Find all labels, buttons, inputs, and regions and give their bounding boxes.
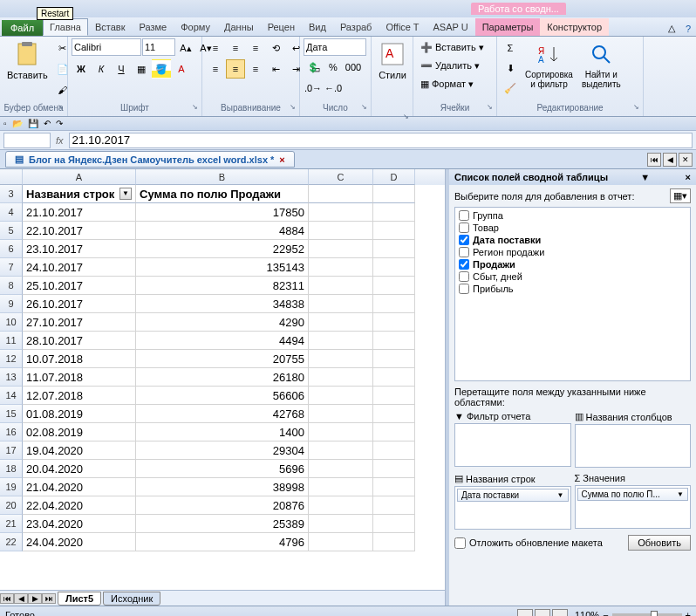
tab-layout[interactable]: Разме [133,18,174,36]
format-cells-button[interactable]: ▦Формат ▾ [417,75,477,92]
percent-icon[interactable]: % [324,58,343,77]
cell[interactable] [309,332,373,350]
cell[interactable] [373,222,415,240]
cell[interactable]: 24.10.2017 [23,258,136,277]
cell[interactable] [309,387,373,405]
page-break-view-icon[interactable] [552,609,568,617]
number-format-combo[interactable] [304,38,366,56]
field-item[interactable]: Группа [457,209,688,222]
qat-redo-icon[interactable]: ↷ [56,119,63,128]
cell[interactable]: 27.10.2017 [23,313,136,332]
row-header[interactable]: 18 [0,460,23,478]
bold-button[interactable]: Ж [72,59,91,79]
cell[interactable] [373,387,415,405]
sheet-tab-other[interactable]: Исходник [103,592,160,606]
row-header[interactable]: 19 [0,478,23,496]
select-all-corner[interactable] [0,169,23,185]
border-icon[interactable]: ▦ [132,59,151,79]
help-icon[interactable]: ? [680,22,696,36]
row-header[interactable]: 7 [0,258,23,277]
sheet-first-icon[interactable]: ⏮ [0,593,14,604]
cell[interactable]: 20876 [136,496,309,515]
field-item[interactable]: Дата поставки [457,234,688,246]
align-right-icon[interactable]: ≡ [246,59,265,79]
cell[interactable] [373,185,415,203]
cell[interactable] [309,460,373,478]
delete-cells-button[interactable]: ➖Удалить ▾ [417,57,483,74]
align-bottom-icon[interactable]: ≡ [246,38,265,58]
cell[interactable]: 4494 [136,332,309,350]
font-color-icon[interactable]: A [172,59,191,79]
col-header-a[interactable]: A [23,169,136,185]
cell[interactable]: 26180 [136,368,309,387]
zone-vals[interactable]: Сумма по полю П...▼ [575,485,692,529]
cell[interactable]: 1400 [136,423,309,441]
cell[interactable] [373,533,415,551]
cell[interactable]: 34838 [136,295,309,313]
page-layout-view-icon[interactable] [535,609,550,617]
cell[interactable]: 23.10.2017 [23,240,136,258]
align-middle-icon[interactable]: ≡ [226,38,245,58]
fx-icon[interactable]: fx [51,135,69,146]
decrease-indent-icon[interactable]: ⇤ [266,59,285,79]
decrease-decimal-icon[interactable]: ←.0 [324,79,343,98]
field-checkbox[interactable] [459,271,469,282]
dropdown-icon[interactable]: ▼ [557,491,564,499]
cell[interactable] [373,460,415,478]
tab-pivot-design[interactable]: Конструктор [540,18,609,36]
increase-decimal-icon[interactable]: .0→ [304,79,323,98]
sheet-tab-active[interactable]: Лист5 [58,592,101,606]
cell[interactable]: 5696 [136,460,309,478]
cell[interactable] [309,313,373,332]
paste-button[interactable]: Вставить [3,38,51,82]
tab-pivot-options[interactable]: Параметры [475,18,541,36]
cell[interactable]: Названия строк▼ [23,185,136,203]
cell[interactable] [373,277,415,295]
filter-dropdown-icon[interactable]: ▼ [119,188,132,200]
cell[interactable]: 11.07.2018 [23,368,136,387]
cell[interactable]: 29304 [136,441,309,460]
cell[interactable]: 4796 [136,533,309,551]
font-size-combo[interactable] [142,38,175,56]
row-header[interactable]: 22 [0,533,23,551]
field-checkbox[interactable] [459,210,469,221]
italic-button[interactable]: К [92,59,111,79]
field-item[interactable]: Регион продажи [457,246,688,258]
row-header[interactable]: 3 [0,185,23,203]
cell[interactable] [373,496,415,515]
tab-office[interactable]: Office T [379,18,426,36]
cell[interactable] [309,185,373,203]
row-header[interactable]: 6 [0,240,23,258]
zoom-slider[interactable] [612,613,682,617]
cell[interactable]: 19.04.2020 [23,441,136,460]
cell[interactable]: 38998 [136,478,309,496]
qat-open-icon[interactable]: 📂 [12,119,23,128]
fill-icon[interactable]: ⬇ [501,58,520,78]
cell[interactable]: 22.04.2020 [23,496,136,515]
name-box[interactable] [3,133,51,148]
pivot-field-list[interactable]: ГруппаТоварДата поставкиРегион продажиПр… [454,207,691,381]
tab-home[interactable]: Главна [43,18,88,36]
cell[interactable] [373,441,415,460]
nav-prev-icon[interactable]: ◀ [663,153,677,167]
zone-filter[interactable] [454,423,571,467]
row-header[interactable]: 13 [0,368,23,387]
cell[interactable] [373,313,415,332]
cell[interactable]: 25389 [136,515,309,533]
comma-icon[interactable]: 000 [344,58,363,77]
cell[interactable] [309,203,373,222]
tab-formulas[interactable]: Форму [174,18,217,36]
cell[interactable] [309,423,373,441]
cell[interactable] [309,222,373,240]
sheet-prev-icon[interactable]: ◀ [14,593,28,604]
cell[interactable] [373,203,415,222]
cell[interactable] [309,368,373,387]
cell[interactable]: 4884 [136,222,309,240]
cell[interactable] [373,295,415,313]
qat-undo-icon[interactable]: ↶ [44,119,51,128]
cell[interactable] [309,405,373,423]
align-top-icon[interactable]: ≡ [206,38,225,58]
qat-new-icon[interactable]: ▫ [3,119,7,128]
align-left-icon[interactable]: ≡ [206,59,225,79]
find-select-button[interactable]: Найти и выделить [578,38,624,91]
